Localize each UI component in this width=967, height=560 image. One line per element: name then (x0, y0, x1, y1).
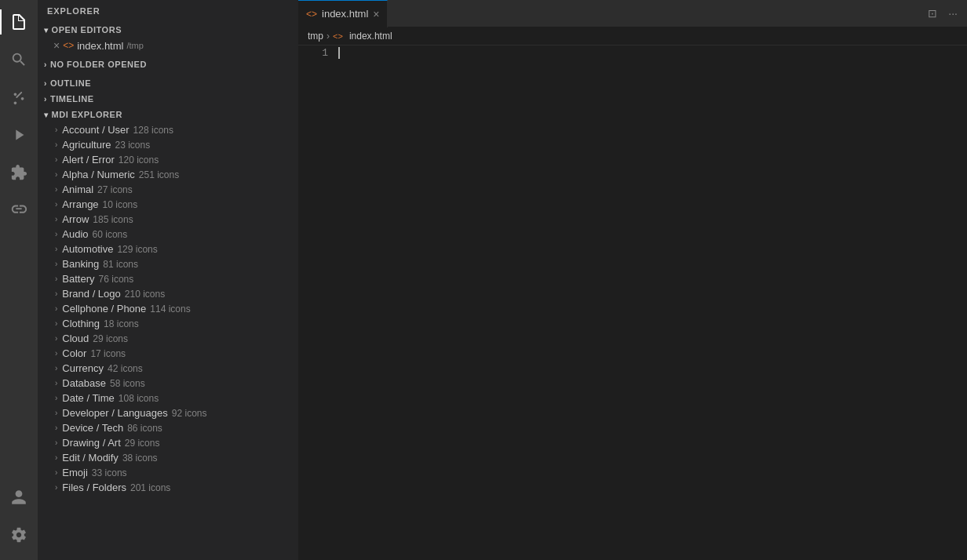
open-editor-filename: index.html (77, 40, 123, 52)
search-activity-icon[interactable] (0, 41, 38, 78)
mdi-chevron: ▾ (44, 111, 49, 119)
mdi-tree-item[interactable]: ›Emoji33 icons (38, 465, 298, 480)
no-folder-chevron: › (44, 60, 47, 69)
timeline-section: › TIMELINE (38, 91, 298, 107)
timeline-header[interactable]: › TIMELINE (38, 91, 298, 107)
outline-chevron: › (44, 79, 47, 88)
remote-activity-icon[interactable] (0, 191, 38, 229)
mdi-tree-item[interactable]: ›Brand / Logo210 icons (38, 286, 298, 301)
mdi-item-chevron: › (55, 349, 57, 358)
settings-activity-icon[interactable] (0, 516, 38, 554)
outline-header[interactable]: › OUTLINE (38, 75, 298, 91)
mdi-tree-item[interactable]: ›Cloud29 icons (38, 331, 298, 346)
mdi-item-chevron: › (55, 453, 57, 462)
editor-content: 1 (298, 45, 967, 560)
mdi-item-count: 185 icons (93, 214, 133, 225)
breadcrumb-file-icon: <> (333, 31, 343, 41)
line-numbers: 1 (298, 45, 338, 560)
timeline-chevron: › (44, 95, 47, 104)
mdi-tree-item[interactable]: ›Files / Folders201 icons (38, 480, 298, 495)
mdi-item-count: 129 icons (117, 244, 157, 255)
mdi-item-name: Currency (62, 362, 104, 374)
mdi-explorer-header[interactable]: ▾ MDI EXPLORER (38, 107, 298, 122)
mdi-tree-item[interactable]: ›Developer / Languages92 icons (38, 405, 298, 420)
mdi-tree-item[interactable]: ›Alpha / Numeric251 icons (38, 167, 298, 182)
mdi-item-count: 58 icons (110, 378, 145, 389)
mdi-item-chevron: › (55, 409, 57, 417)
mdi-item-count: 42 icons (108, 363, 143, 374)
mdi-item-count: 23 icons (115, 140, 150, 151)
mdi-tree-item[interactable]: ›Currency42 icons (38, 361, 298, 376)
sidebar: EXPLORER ▾ OPEN EDITORS × <> index.html … (38, 0, 298, 560)
more-actions-icon[interactable]: ··· (945, 5, 961, 21)
mdi-item-chevron: › (55, 394, 57, 402)
mdi-tree-item[interactable]: ›Alert / Error120 icons (38, 152, 298, 167)
mdi-item-name: Animal (62, 184, 93, 195)
tab-close-icon[interactable]: × (373, 8, 379, 20)
mdi-tree-item[interactable]: ›Arrow185 icons (38, 212, 298, 227)
mdi-tree-item[interactable]: ›Account / User128 icons (38, 122, 298, 137)
breadcrumb: tmp › <> index.html (298, 27, 967, 45)
outline-label: OUTLINE (50, 78, 91, 88)
breadcrumb-item-file[interactable]: index.html (349, 31, 392, 42)
mdi-item-count: 60 icons (93, 229, 128, 240)
mdi-item-count: 27 icons (97, 184, 133, 195)
cursor (338, 47, 340, 59)
mdi-item-name: Cellphone / Phone (62, 303, 146, 315)
explorer-title: EXPLORER (38, 0, 298, 22)
run-activity-icon[interactable] (0, 116, 38, 154)
mdi-item-chevron: › (55, 185, 57, 194)
outline-section: › OUTLINE (38, 75, 298, 91)
mdi-tree-item[interactable]: ›Automotive129 icons (38, 242, 298, 256)
mdi-tree-scroll[interactable]: ›Account / User128 icons›Agriculture23 i… (38, 122, 298, 495)
mdi-item-chevron: › (55, 215, 57, 224)
mdi-item-name: Cloud (62, 333, 89, 344)
mdi-item-count: 251 icons (139, 169, 179, 180)
mdi-tree-item[interactable]: ›Color17 icons (38, 346, 298, 361)
tab-label: index.html (322, 8, 368, 20)
no-folder-label: NO FOLDER OPENED (50, 60, 147, 69)
mdi-item-count: 128 icons (133, 125, 173, 136)
mdi-item-chevron: › (55, 379, 57, 387)
no-folder-header[interactable]: › NO FOLDER OPENED (38, 56, 298, 72)
mdi-tree-item[interactable]: ›Clothing18 icons (38, 316, 298, 331)
mdi-item-chevron: › (55, 140, 57, 149)
mdi-tree-item[interactable]: ›Arrange10 icons (38, 197, 298, 212)
mdi-tree-item[interactable]: ›Audio60 icons (38, 227, 298, 242)
mdi-tree-item[interactable]: ›Database58 icons (38, 376, 298, 391)
extensions-activity-icon[interactable] (0, 154, 38, 191)
account-activity-icon[interactable] (0, 478, 38, 516)
activity-bar (0, 0, 38, 560)
split-editor-icon[interactable]: ⊡ (925, 5, 940, 21)
mdi-tree-item[interactable]: ›Device / Tech86 icons (38, 420, 298, 435)
mdi-item-name: Developer / Languages (62, 407, 167, 419)
tab-actions: ⊡ ··· (925, 5, 967, 21)
tab-file-icon: <> (306, 9, 317, 20)
mdi-item-name: Audio (62, 228, 88, 240)
mdi-tree-item[interactable]: ›Date / Time108 icons (38, 391, 298, 405)
mdi-tree-item[interactable]: ›Cellphone / Phone114 icons (38, 301, 298, 316)
mdi-tree-item[interactable]: ›Drawing / Art29 icons (38, 435, 298, 450)
mdi-item-chevron: › (55, 364, 57, 373)
source-control-activity-icon[interactable] (0, 78, 38, 116)
mdi-tree-item[interactable]: ›Battery76 icons (38, 271, 298, 286)
mdi-tree-item[interactable]: ›Edit / Modify38 icons (38, 450, 298, 465)
mdi-tree-item[interactable]: ›Agriculture23 icons (38, 137, 298, 152)
mdi-item-name: Brand / Logo (62, 288, 120, 300)
mdi-item-count: 114 icons (150, 304, 190, 315)
editor-text-area[interactable] (338, 45, 967, 560)
open-editor-item[interactable]: × <> index.html /tmp (38, 38, 298, 53)
mdi-tree-item[interactable]: ›Animal27 icons (38, 182, 298, 197)
files-activity-icon[interactable] (0, 3, 38, 41)
mdi-explorer-section: ▾ MDI EXPLORER ›Account / User128 icons›… (38, 107, 298, 495)
tab-index-html[interactable]: <> index.html × (298, 0, 388, 27)
mdi-item-chevron: › (55, 245, 57, 253)
mdi-tree-item[interactable]: ›Banking81 icons (38, 256, 298, 271)
mdi-item-name: Device / Tech (62, 422, 123, 434)
open-editors-label: OPEN EDITORS (52, 25, 122, 35)
breadcrumb-item-tmp[interactable]: tmp (308, 31, 323, 42)
open-editors-header[interactable]: ▾ OPEN EDITORS (38, 22, 298, 38)
mdi-item-chevron: › (55, 125, 57, 134)
close-editor-icon[interactable]: × (53, 39, 60, 52)
mdi-item-name: Automotive (62, 243, 113, 255)
